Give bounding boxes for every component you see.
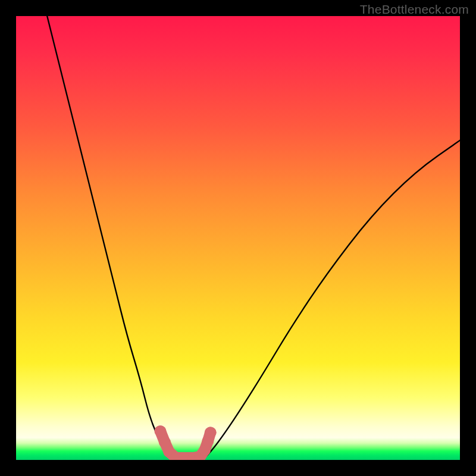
chart-frame: TheBottleneck.com [0,0,476,476]
chart-svg [16,16,460,460]
valley-marker [154,426,166,437]
plot-area [16,16,460,460]
valley-marker [159,437,171,447]
valley-marker [205,427,217,438]
right-curve [202,140,460,460]
left-curve [47,16,171,460]
watermark-text: TheBottleneck.com [360,2,469,17]
